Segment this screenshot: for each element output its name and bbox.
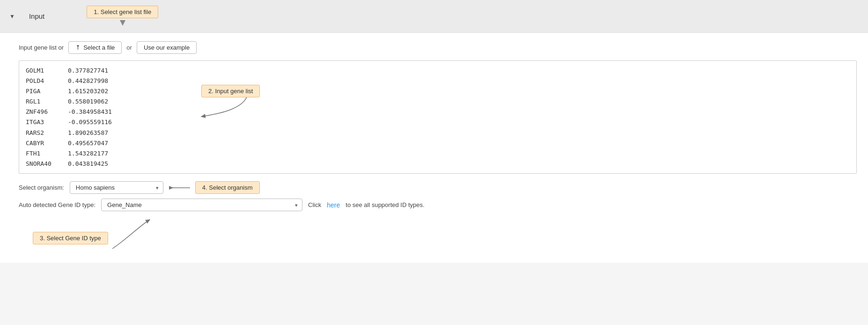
- gene-value: 1.615203202: [68, 86, 108, 96]
- gene-name: GOLM1: [26, 66, 59, 76]
- table-row: RARS21.890263587: [26, 128, 850, 138]
- gene-value: 0.377827741: [68, 66, 108, 76]
- annot3-box: 3. Select Gene ID type: [33, 232, 108, 244]
- section-title: Input: [29, 12, 44, 20]
- gene-id-select-wrap: Gene_NameEnsemblEntrezUniProt: [101, 199, 302, 211]
- gene-value: 0.043819425: [68, 159, 108, 169]
- gene-name: FTH1: [26, 148, 59, 159]
- gene-name: POLD4: [26, 76, 59, 86]
- after-link-text: to see all supported ID types.: [346, 201, 424, 208]
- select-file-label: Select a file: [83, 44, 115, 51]
- gene-name: RGL1: [26, 96, 59, 107]
- svg-marker-0: [120, 20, 125, 26]
- header-bar: ▼ Input 1. Select gene list file: [0, 0, 868, 33]
- annot2-group: 2. Input gene list: [197, 86, 260, 124]
- gene-value: 0.495657047: [68, 138, 108, 148]
- gene-value: 1.543282177: [68, 148, 108, 159]
- gene-value: -0.095559116: [68, 117, 112, 127]
- table-row: POLD40.442827998: [26, 76, 850, 86]
- main-content: Input gene list or ⤒ Select a file or Us…: [0, 33, 868, 263]
- use-example-button[interactable]: Use our example: [137, 41, 197, 54]
- annot2-box: 2. Input gene list: [201, 85, 260, 97]
- table-row: PIGA1.615203202: [26, 86, 850, 96]
- gene-name: CABYR: [26, 138, 59, 148]
- gene-name: ITGA3: [26, 117, 59, 127]
- organism-row: Select organism: Homo sapiensMus musculu…: [19, 181, 857, 194]
- input-label: Input gene list or: [19, 44, 64, 51]
- gene-value: 1.890263587: [68, 128, 108, 138]
- table-row: FTH11.543282177: [26, 148, 850, 159]
- annot3-region: 3. Select Gene ID type: [19, 216, 857, 253]
- gene-name: PIGA: [26, 86, 59, 96]
- table-row: ZNF496-0.384958431: [26, 107, 850, 117]
- page-wrapper: ▼ Input 1. Select gene list file Input g…: [0, 0, 868, 325]
- annot1-box: 1. Select gene list file: [87, 6, 158, 18]
- annot4-box: 4. Select organism: [195, 181, 260, 194]
- gene-id-row: Auto detected Gene ID type: Gene_NameEns…: [19, 199, 857, 211]
- gene-name: RARS2: [26, 128, 59, 138]
- annot1-container: 1. Select gene list file: [87, 6, 158, 27]
- gene-id-select[interactable]: Gene_NameEnsemblEntrezUniProt: [101, 199, 302, 211]
- gene-value: 0.558019062: [68, 96, 108, 107]
- gene-name: ZNF496: [26, 107, 59, 117]
- table-row: SNORA400.043819425: [26, 159, 850, 169]
- annot1-arrow: [119, 19, 126, 27]
- gene-id-label: Auto detected Gene ID type:: [19, 201, 96, 208]
- gene-name: SNORA40: [26, 159, 59, 169]
- table-row: GOLM10.377827741: [26, 66, 850, 76]
- organism-select[interactable]: Homo sapiensMus musculusRattus norvegicu…: [70, 181, 163, 194]
- organism-label: Select organism:: [19, 184, 64, 191]
- annot4-group: 4. Select organism: [169, 181, 260, 194]
- collapse-icon[interactable]: ▼: [9, 13, 15, 20]
- table-row: CABYR0.495657047: [26, 138, 850, 148]
- gene-list-section: GOLM10.377827741POLD40.442827998PIGA1.61…: [19, 60, 857, 174]
- click-text: Click: [308, 201, 321, 208]
- organism-select-wrap: Homo sapiensMus musculusRattus norvegicu…: [70, 181, 163, 194]
- here-link[interactable]: here: [327, 201, 340, 209]
- table-row: RGL10.558019062: [26, 96, 850, 107]
- select-file-button[interactable]: ⤒ Select a file: [68, 41, 122, 54]
- top-controls: Input gene list or ⤒ Select a file or Us…: [19, 41, 857, 54]
- gene-list-container: GOLM10.377827741POLD40.442827998PIGA1.61…: [19, 60, 857, 174]
- annot4-arrow: [169, 183, 192, 192]
- gene-value: 0.442827998: [68, 76, 108, 86]
- bottom-controls: Select organism: Homo sapiensMus musculu…: [19, 181, 857, 253]
- table-row: ITGA3-0.095559116: [26, 117, 850, 127]
- gene-list-inner[interactable]: GOLM10.377827741POLD40.442827998PIGA1.61…: [19, 61, 856, 173]
- or-text: or: [126, 44, 132, 51]
- gene-value: -0.384958431: [68, 107, 112, 117]
- upload-icon: ⤒: [75, 44, 81, 51]
